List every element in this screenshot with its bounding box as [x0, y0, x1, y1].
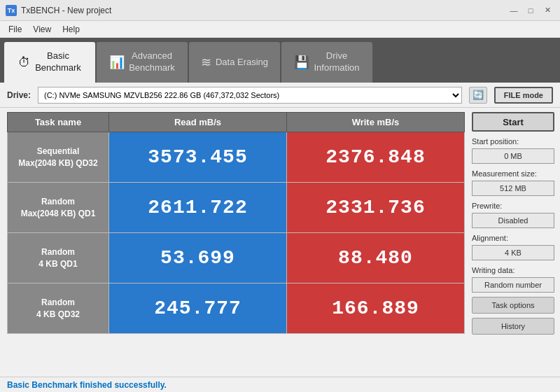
col-write: Write mB/s — [287, 113, 465, 132]
row-task-name: Random4 KB QD32 — [8, 284, 109, 334]
title-bar-text: TxBENCH - New project — [21, 6, 507, 15]
row-task-name: SequentialMax(2048 KB) QD32 — [8, 132, 109, 183]
row-read-value: 3573.455 — [109, 132, 287, 183]
row-write-value: 2376.848 — [287, 132, 465, 183]
maximize-button[interactable]: □ — [524, 4, 538, 18]
table-row: RandomMax(2048 KB) QD12611.7222331.736 — [8, 183, 465, 233]
main-content: Task name Read mB/s Write mB/s Sequentia… — [0, 108, 560, 377]
drive-information-label: DriveInformation — [314, 50, 359, 74]
title-bar: Tx TxBENCH - New project — □ ✕ — [0, 0, 560, 21]
prewrite-label: Prewrite: — [472, 202, 554, 210]
window-controls: — □ ✕ — [507, 4, 554, 18]
menu-view[interactable]: View — [27, 22, 57, 36]
benchmark-table: Task name Read mB/s Write mB/s Sequentia… — [7, 112, 465, 334]
status-bar: Basic Benchmark finished successfully. — [0, 377, 560, 392]
row-task-name: RandomMax(2048 KB) QD1 — [8, 183, 109, 233]
app-icon: Tx — [6, 5, 17, 16]
start-button[interactable]: Start — [472, 112, 554, 132]
tab-drive-information[interactable]: 💾 DriveInformation — [281, 42, 372, 83]
row-write-value: 2331.736 — [287, 183, 465, 233]
menu-file[interactable]: File — [3, 22, 27, 36]
advanced-benchmark-icon: 📊 — [109, 56, 125, 69]
row-read-value: 53.699 — [109, 233, 287, 284]
tab-advanced-benchmark[interactable]: 📊 AdvancedBenchmark — [97, 42, 188, 83]
minimize-button[interactable]: — — [507, 4, 521, 18]
tab-basic-benchmark[interactable]: ⏱ BasicBenchmark — [4, 42, 95, 83]
menu-help[interactable]: Help — [57, 22, 85, 36]
writing-data-value: Random number — [472, 277, 554, 293]
data-erasing-label: Data Erasing — [216, 57, 268, 69]
file-mode-button[interactable]: FILE mode — [494, 87, 553, 104]
measurement-size-label: Measurement size: — [472, 169, 554, 178]
drive-select[interactable]: (C:) NVMe SAMSUNG MZVLB256 222.86 GB (46… — [38, 87, 462, 104]
history-button[interactable]: History — [472, 318, 554, 335]
menu-bar: File View Help — [0, 21, 560, 38]
row-write-value: 166.889 — [287, 284, 465, 334]
row-task-name: Random4 KB QD1 — [8, 233, 109, 284]
table-row: Random4 KB QD32245.777166.889 — [8, 284, 465, 334]
drive-label: Drive: — [7, 90, 31, 100]
alignment-value: 4 KB — [472, 245, 554, 260]
row-read-value: 245.777 — [109, 284, 287, 334]
table-area: Task name Read mB/s Write mB/s Sequentia… — [0, 108, 469, 377]
alignment-label: Alignment: — [472, 234, 554, 242]
data-erasing-icon: ≋ — [201, 56, 211, 69]
measurement-size-value: 512 MB — [472, 181, 554, 196]
right-panel: Start Start position: 0 MB Measurement s… — [469, 108, 560, 377]
task-options-button[interactable]: Task options — [472, 297, 554, 314]
row-read-value: 2611.722 — [109, 183, 287, 233]
toolbar: ⏱ BasicBenchmark 📊 AdvancedBenchmark ≋ D… — [0, 38, 560, 83]
basic-benchmark-label: BasicBenchmark — [35, 50, 81, 74]
advanced-benchmark-label: AdvancedBenchmark — [129, 50, 175, 74]
start-position-label: Start position: — [472, 137, 554, 146]
drive-refresh-button[interactable]: 🔄 — [469, 87, 487, 104]
drive-information-icon: 💾 — [294, 56, 309, 69]
tab-data-erasing[interactable]: ≋ Data Erasing — [189, 42, 280, 83]
col-task-name: Task name — [8, 113, 109, 132]
drive-bar: Drive: (C:) NVMe SAMSUNG MZVLB256 222.86… — [0, 83, 560, 108]
prewrite-value: Disabled — [472, 213, 554, 228]
status-text: Basic Benchmark finished successfully. — [7, 380, 167, 390]
writing-data-label: Writing data: — [472, 266, 554, 274]
table-row: Random4 KB QD153.69988.480 — [8, 233, 465, 284]
start-position-value: 0 MB — [472, 148, 554, 164]
col-read: Read mB/s — [109, 113, 287, 132]
basic-benchmark-icon: ⏱ — [18, 56, 31, 69]
table-row: SequentialMax(2048 KB) QD323573.4552376.… — [8, 132, 465, 183]
close-button[interactable]: ✕ — [540, 4, 554, 18]
row-write-value: 88.480 — [287, 233, 465, 284]
